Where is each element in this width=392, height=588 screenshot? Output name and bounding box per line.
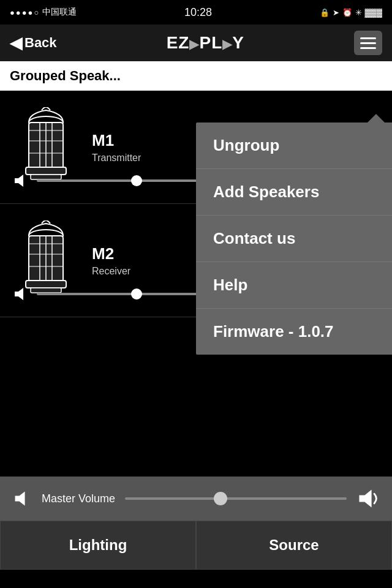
menu-item-firmware[interactable]: Firmware - 1.0.7 xyxy=(196,309,392,355)
lock-icon: 🔒 xyxy=(320,8,330,17)
dropdown-menu: Ungroup Add Speakers Contact us Help Fir… xyxy=(196,123,392,355)
logo-arrow: ▶ xyxy=(189,37,199,51)
master-volume-slider[interactable] xyxy=(125,497,347,500)
alarm-icon: ⏰ xyxy=(342,8,352,17)
speaker-info-m2: M2 Receiver xyxy=(92,244,130,277)
status-time: 10:28 xyxy=(184,6,212,19)
page-title: Grouped Speak... xyxy=(10,68,121,84)
source-button[interactable]: Source xyxy=(196,521,392,570)
menu-item-ungroup[interactable]: Ungroup xyxy=(196,123,392,169)
signal-dots: ●●●●○ xyxy=(10,8,40,17)
volume-thumb-m1[interactable] xyxy=(131,175,142,186)
nav-bar: ◀ Back EZ▶PL▶Y xyxy=(0,24,392,61)
volume-low-icon-m1 xyxy=(12,172,29,189)
volume-thumb-m2[interactable] xyxy=(131,288,142,300)
master-volume-thumb[interactable] xyxy=(214,492,227,505)
app-logo: EZ▶PL▶Y xyxy=(167,33,244,53)
menu-item-contact-us[interactable]: Contact us xyxy=(196,216,392,262)
page-title-bar: Grouped Speak... xyxy=(0,61,392,91)
speaker-name-m2: M2 xyxy=(92,244,130,263)
bottom-buttons: Lighting Source xyxy=(0,521,392,570)
master-volume-label: Master Volume xyxy=(42,492,115,505)
status-left: ●●●●○ 中国联通 xyxy=(10,7,77,18)
master-volume-low-icon xyxy=(12,489,32,508)
hamburger-line-1 xyxy=(360,37,376,39)
speaker-name-m1: M1 xyxy=(92,131,141,150)
menu-button[interactable] xyxy=(354,31,382,55)
speaker-info-m1: M1 Transmitter xyxy=(92,131,141,164)
carrier-label: 中国联通 xyxy=(42,7,77,18)
speaker-role-m2: Receiver xyxy=(92,266,130,277)
svg-marker-25 xyxy=(359,489,371,507)
back-chevron-icon: ◀ xyxy=(10,35,22,51)
location-icon: ➤ xyxy=(333,8,339,17)
bluetooth-icon: ✳ xyxy=(355,8,362,17)
main-content: Grouped Speak... xyxy=(0,61,392,570)
volume-low-icon-m2 xyxy=(12,285,29,303)
back-button[interactable]: ◀ Back xyxy=(10,35,57,51)
status-right: 🔒 ➤ ⏰ ✳ ▓▓▓ xyxy=(320,8,382,17)
lighting-button[interactable]: Lighting xyxy=(0,521,196,570)
svg-marker-22 xyxy=(15,288,23,300)
status-bar: ●●●●○ 中国联通 10:28 🔒 ➤ ⏰ ✳ ▓▓▓ xyxy=(0,0,392,24)
battery-icon: ▓▓▓ xyxy=(365,8,382,17)
master-volume-high-icon xyxy=(356,487,380,510)
hamburger-line-3 xyxy=(360,47,376,49)
svg-marker-10 xyxy=(15,175,23,187)
master-volume-bar: Master Volume xyxy=(0,477,392,521)
menu-item-help[interactable]: Help xyxy=(196,262,392,309)
hamburger-line-2 xyxy=(360,42,376,44)
back-label: Back xyxy=(24,35,57,51)
svg-marker-24 xyxy=(15,492,25,506)
speaker-role-m1: Transmitter xyxy=(92,153,141,164)
menu-item-add-speakers[interactable]: Add Speakers xyxy=(196,169,392,216)
